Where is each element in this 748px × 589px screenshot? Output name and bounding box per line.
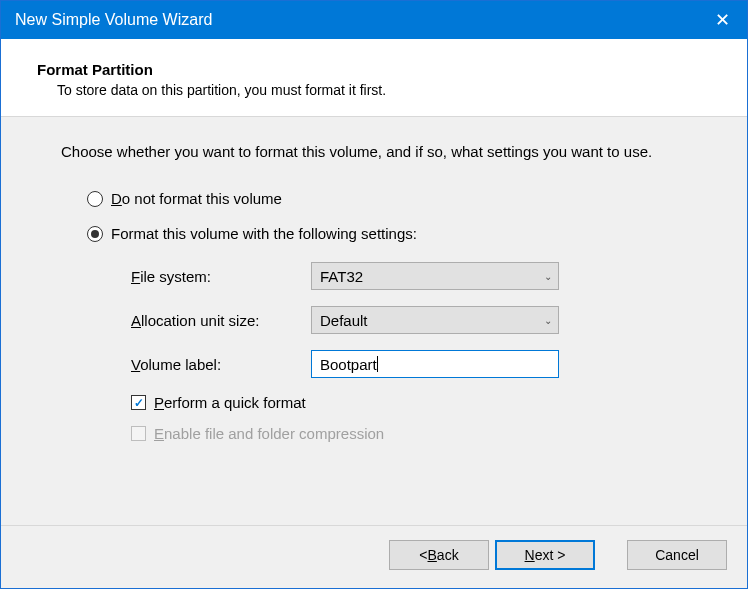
allocation-size-dropdown[interactable]: Default ⌄ (311, 306, 559, 334)
volume-label-value: Bootpart (320, 356, 377, 373)
volume-label-input[interactable]: Bootpart (311, 350, 559, 378)
cancel-button[interactable]: Cancel (627, 540, 727, 570)
file-system-row: File system: FAT32 ⌄ (131, 262, 717, 290)
volume-label-label: Volume label: (131, 356, 311, 373)
file-system-label: File system: (131, 268, 311, 285)
footer: < Back Next > Cancel (1, 525, 747, 588)
text-caret (377, 356, 378, 372)
header-pane: Format Partition To store data on this p… (1, 39, 747, 117)
allocation-size-row: Allocation unit size: Default ⌄ (131, 306, 717, 334)
window-title: New Simple Volume Wizard (15, 11, 697, 29)
back-button[interactable]: < Back (389, 540, 489, 570)
allocation-size-label: Allocation unit size: (131, 312, 311, 329)
compression-checkbox-row: Enable file and folder compression (131, 425, 717, 442)
radio-format-with-settings[interactable]: Format this volume with the following se… (87, 225, 717, 242)
instruction-text: Choose whether you want to format this v… (61, 143, 717, 160)
volume-label-row: Volume label: Bootpart (131, 350, 717, 378)
wizard-window: New Simple Volume Wizard ✕ Format Partit… (0, 0, 748, 589)
title-bar: New Simple Volume Wizard ✕ (1, 1, 747, 39)
quick-format-label: Perform a quick format (154, 394, 306, 411)
close-icon[interactable]: ✕ (697, 1, 747, 39)
radio-icon (87, 191, 103, 207)
allocation-size-value: Default (320, 312, 544, 329)
page-title: Format Partition (37, 61, 727, 78)
checkbox-icon (131, 395, 146, 410)
chevron-down-icon: ⌄ (544, 315, 552, 326)
nav-buttons: < Back Next > (389, 540, 595, 570)
checkbox-icon (131, 426, 146, 441)
file-system-value: FAT32 (320, 268, 544, 285)
radio-do-not-format[interactable]: Do not format this volume (87, 190, 717, 207)
page-subtitle: To store data on this partition, you mus… (37, 82, 727, 98)
compression-label: Enable file and folder compression (154, 425, 384, 442)
radio-icon (87, 226, 103, 242)
next-button[interactable]: Next > (495, 540, 595, 570)
chevron-down-icon: ⌄ (544, 271, 552, 282)
content-pane: Choose whether you want to format this v… (1, 117, 747, 525)
format-settings: File system: FAT32 ⌄ Allocation unit siz… (131, 262, 717, 442)
file-system-dropdown[interactable]: FAT32 ⌄ (311, 262, 559, 290)
quick-format-checkbox-row[interactable]: Perform a quick format (131, 394, 717, 411)
radio-format-label: Format this volume with the following se… (111, 225, 417, 242)
radio-do-not-format-label: Do not format this volume (111, 190, 282, 207)
